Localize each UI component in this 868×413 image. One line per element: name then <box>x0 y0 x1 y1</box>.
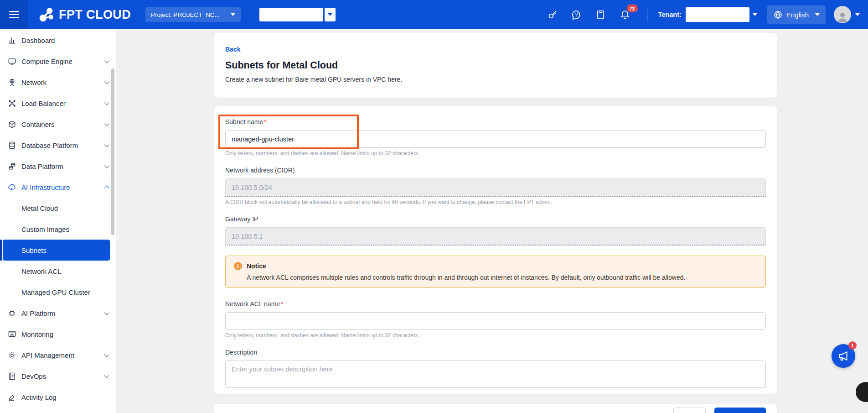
chevron-down-icon <box>104 142 109 147</box>
cidr-label: Network address (CIDR) <box>225 167 766 174</box>
sidebar-item-load-balancer[interactable]: Load Balancer <box>0 93 116 114</box>
fpt-logo-mark <box>38 6 55 23</box>
divider <box>647 8 647 21</box>
devops-icon <box>8 372 16 381</box>
sidebar-item-data-platform[interactable]: Data Platform <box>0 156 116 177</box>
chevron-down-icon <box>855 13 860 16</box>
vpc-select-input[interactable] <box>259 8 323 21</box>
sidebar-item-network[interactable]: Network <box>0 72 116 93</box>
user-icon <box>836 10 849 23</box>
database-icon <box>8 141 16 150</box>
sidebar-item-activity-log[interactable]: Activity Log <box>0 387 116 408</box>
sidebar-nav: Dashboard Compute Engine Network Load Ba… <box>0 29 116 413</box>
vpc-selector <box>259 8 336 21</box>
sidebar-scrollbar-thumb[interactable] <box>111 68 114 235</box>
ai-platform-icon <box>8 309 16 318</box>
tenant-select-input[interactable] <box>686 7 749 22</box>
data-platform-icon <box>8 162 16 171</box>
notice-title: Notice <box>247 262 266 270</box>
sidebar-item-ai-infrastructure[interactable]: AI Infrastructure <box>0 177 116 198</box>
subnet-name-label: Subnet name* <box>225 118 766 125</box>
chat-widget-partial[interactable] <box>856 382 868 402</box>
sidebar-item-network-acl[interactable]: Network ACL <box>0 261 116 282</box>
docs-book-icon <box>595 10 606 20</box>
required-asterisk: * <box>264 118 266 125</box>
sidebar-item-custom-images[interactable]: Custom Images <box>0 219 116 240</box>
chevron-down-icon <box>104 121 109 126</box>
globe-icon <box>773 10 783 20</box>
sidebar-item-api-management[interactable]: API Management <box>0 345 116 366</box>
key-icon <box>547 9 558 20</box>
account-menu[interactable] <box>834 6 860 23</box>
notice-body: A network ACL comprises multiple rules a… <box>247 274 757 281</box>
network-icon <box>8 78 16 87</box>
documentation-button[interactable] <box>595 9 607 21</box>
sidebar-item-containers[interactable]: Containers <box>0 114 116 135</box>
access-key-button[interactable] <box>547 9 558 21</box>
project-selector[interactable]: Project: PROJECT_NC... <box>145 7 241 22</box>
info-icon: i <box>234 262 242 270</box>
logo-text: FPT CLOUD <box>59 8 131 22</box>
notifications-button[interactable]: 73 <box>619 9 631 21</box>
sidebar-item-managed-gpu-cluster[interactable]: Managed GPU Cluster <box>0 282 116 303</box>
chevron-down-icon <box>104 163 109 168</box>
dashboard-icon <box>8 36 16 45</box>
subnet-name-input[interactable] <box>225 130 766 148</box>
chevron-down-icon <box>104 373 109 378</box>
support-button[interactable]: ? <box>571 9 583 21</box>
description-label: Description <box>225 349 766 356</box>
chevron-up-icon <box>104 185 109 190</box>
sidebar-item-compute-engine[interactable]: Compute Engine <box>0 51 116 72</box>
top-bar: FPT CLOUD Project: PROJECT_NC... ? <box>0 0 868 29</box>
page-subtitle: Create a new subnet for Bare metal GPU s… <box>225 76 766 83</box>
description-textarea[interactable] <box>225 361 766 388</box>
svg-text:?: ? <box>575 12 578 17</box>
ai-infrastructure-icon <box>8 183 16 192</box>
submit-button[interactable] <box>714 408 766 413</box>
page-title: Subnets for Metal Cloud <box>225 60 766 71</box>
containers-icon <box>8 120 16 129</box>
sidebar-item-devops[interactable]: DevOps <box>0 366 116 387</box>
cidr-input <box>225 178 766 197</box>
monitoring-icon <box>8 330 16 339</box>
acl-name-input[interactable] <box>225 312 766 330</box>
form-footer-bar <box>214 404 777 413</box>
avatar <box>834 6 851 23</box>
chevron-down-icon <box>815 13 820 16</box>
vpc-select-caret-button[interactable] <box>325 8 336 21</box>
tenant-label: Tenant: <box>658 11 682 18</box>
gateway-ip-input <box>225 227 766 246</box>
chevron-down-icon <box>104 310 109 315</box>
menu-toggle-button[interactable] <box>0 0 28 29</box>
acl-name-label: Network ACL name* <box>225 300 766 308</box>
gateway-ip-label: Gateway IP <box>225 215 766 223</box>
required-asterisk: * <box>281 300 283 308</box>
cidr-helper: A CIDR block will automatically be alloc… <box>225 199 766 205</box>
page-header-card: Back Subnets for Metal Cloud Create a ne… <box>214 33 777 98</box>
sidebar-item-metal-cloud[interactable]: Metal Cloud <box>0 198 116 219</box>
sidebar-item-monitoring[interactable]: Monitoring <box>0 324 116 345</box>
chevron-down-icon[interactable] <box>753 13 757 16</box>
acl-name-helper: Only letters, numbers, and dashes are al… <box>225 332 766 339</box>
sidebar-item-subnets[interactable]: Subnets <box>3 240 110 261</box>
chevron-down-icon <box>104 100 109 105</box>
language-selector[interactable]: English <box>767 5 826 24</box>
hamburger-icon <box>9 9 19 20</box>
fpt-cloud-logo: FPT CLOUD <box>38 6 131 23</box>
back-link[interactable]: Back <box>225 46 240 53</box>
sidebar-item-database-platform[interactable]: Database Platform <box>0 135 116 156</box>
subnet-name-helper: Only letters, numbers, and dashes are al… <box>225 150 766 157</box>
sidebar-item-dashboard[interactable]: Dashboard <box>0 30 116 51</box>
cancel-button[interactable] <box>673 408 706 413</box>
compute-engine-icon <box>8 57 16 66</box>
top-right-cluster: ? 73 Tenant: English <box>547 5 868 24</box>
chevron-down-icon <box>104 352 109 357</box>
chevron-down-icon <box>104 79 109 84</box>
sidebar-item-ai-platform[interactable]: AI Platform <box>0 303 116 324</box>
chevron-down-icon <box>104 58 109 63</box>
notice-box: i Notice A network ACL comprises multipl… <box>225 256 766 288</box>
announcements-fab[interactable]: 1 <box>832 344 855 368</box>
chevron-down-icon <box>328 13 332 16</box>
fab-badge: 1 <box>848 341 857 350</box>
notification-count-badge: 73 <box>627 5 638 12</box>
